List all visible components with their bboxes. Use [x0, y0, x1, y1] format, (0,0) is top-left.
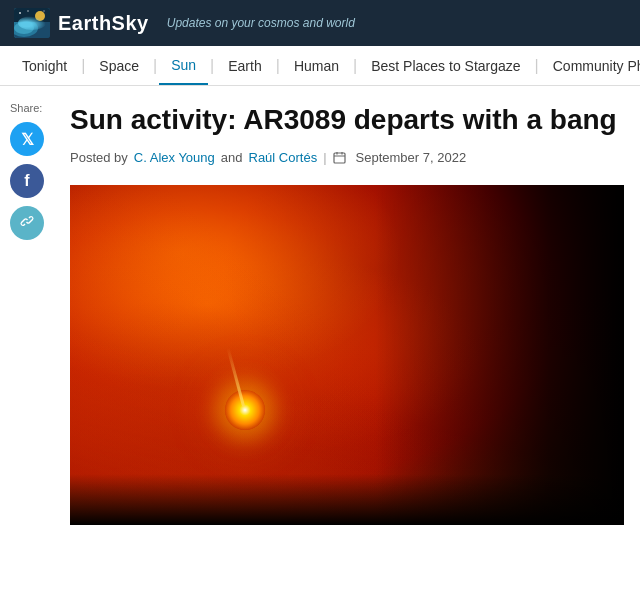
nav-sep-5: |	[351, 57, 359, 75]
site-name-text: EarthSky	[58, 12, 149, 35]
main-nav: Tonight | Space | Sun | Earth | Human | …	[0, 46, 640, 86]
svg-point-6	[27, 10, 29, 12]
nav-sep-4: |	[274, 57, 282, 75]
sun-photo	[70, 185, 624, 525]
meta-posted-text: Posted by	[70, 150, 128, 165]
svg-point-2	[14, 22, 34, 34]
site-header: EarthSky Updates on your cosmos and worl…	[0, 0, 640, 46]
meta-separator: |	[323, 150, 326, 165]
nav-sep-2: |	[151, 57, 159, 75]
share-link-button[interactable]	[10, 206, 44, 240]
article-date: September 7, 2022	[356, 150, 467, 165]
share-twitter-button[interactable]: 𝕏	[10, 122, 44, 156]
share-facebook-button[interactable]: f	[10, 164, 44, 198]
author1-link[interactable]: C. Alex Young	[134, 150, 215, 165]
svg-point-5	[19, 12, 21, 14]
article-main-image	[70, 185, 624, 525]
facebook-icon: f	[24, 172, 29, 190]
nav-stargaze[interactable]: Best Places to Stargaze	[359, 46, 532, 85]
twitter-icon: 𝕏	[21, 130, 34, 149]
nav-earth[interactable]: Earth	[216, 46, 273, 85]
nav-sun[interactable]: Sun	[159, 46, 208, 85]
nav-space[interactable]: Space	[87, 46, 151, 85]
page-content: Share: 𝕏 f Sun activity: AR3089 departs …	[0, 86, 640, 525]
calendar-icon	[333, 151, 347, 165]
nav-tonight[interactable]: Tonight	[10, 46, 79, 85]
share-label: Share:	[10, 102, 60, 114]
share-sidebar: Share: 𝕏 f	[0, 102, 70, 525]
nav-community[interactable]: Community Photo	[541, 46, 640, 85]
svg-point-4	[35, 11, 45, 21]
meta-and-text: and	[221, 150, 243, 165]
author2-link[interactable]: Raúl Cortés	[249, 150, 318, 165]
svg-point-7	[43, 10, 44, 11]
article-meta: Posted by C. Alex Young and Raúl Cortés …	[70, 150, 624, 165]
article-body: Sun activity: AR3089 departs with a bang…	[70, 102, 640, 525]
sun-bottom-dark	[70, 474, 624, 525]
logo-icon	[14, 8, 50, 38]
nav-human[interactable]: Human	[282, 46, 351, 85]
link-icon	[19, 213, 35, 233]
nav-sep-1: |	[79, 57, 87, 75]
nav-sep-3: |	[208, 57, 216, 75]
nav-sep-6: |	[533, 57, 541, 75]
svg-rect-8	[334, 153, 345, 163]
site-logo[interactable]: EarthSky Updates on your cosmos and worl…	[14, 8, 355, 38]
article-title: Sun activity: AR3089 departs with a bang	[70, 102, 624, 138]
site-tagline-text: Updates on your cosmos and world	[167, 16, 355, 30]
